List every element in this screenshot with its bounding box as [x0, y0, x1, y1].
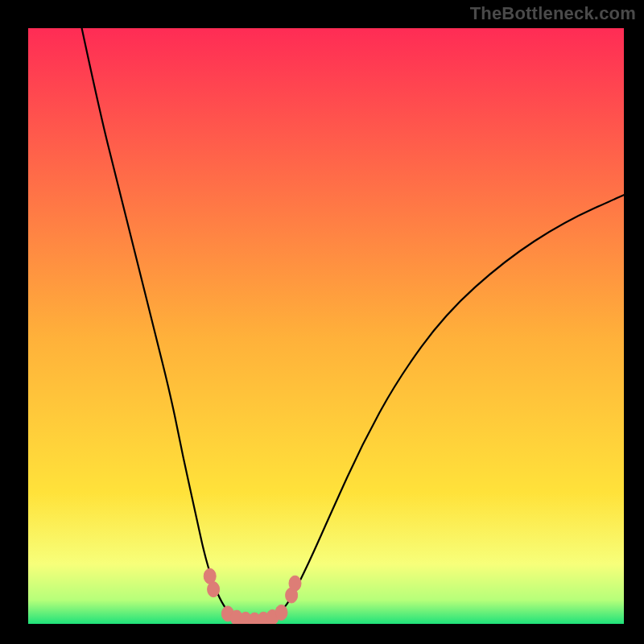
- bottleneck-plot: [28, 28, 624, 624]
- gradient-background: [28, 28, 624, 624]
- watermark-text: TheBottleneck.com: [470, 3, 636, 24]
- valley-marker: [275, 605, 287, 620]
- valley-marker: [289, 576, 301, 591]
- chart-frame: TheBottleneck.com: [0, 0, 644, 644]
- valley-marker: [208, 582, 220, 597]
